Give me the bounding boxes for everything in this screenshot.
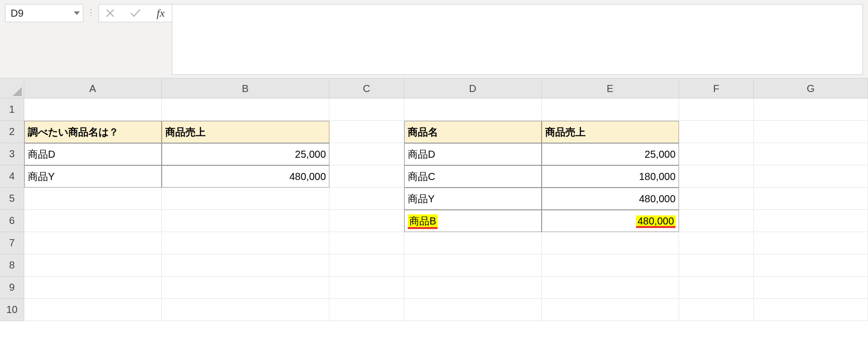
cell-g5[interactable] — [754, 188, 868, 210]
cell-g6[interactable] — [754, 210, 868, 232]
row-header-1[interactable]: 1 — [0, 99, 24, 121]
cell-c2[interactable] — [329, 121, 404, 143]
cell-a9[interactable] — [24, 277, 162, 299]
formula-input[interactable] — [172, 4, 863, 75]
cell-d2[interactable]: 商品名 — [404, 121, 542, 143]
cell-a2[interactable]: 調べたい商品名は？ — [24, 121, 162, 143]
cell-c8[interactable] — [329, 254, 404, 277]
cell-b1[interactable] — [162, 99, 329, 121]
cell-d1[interactable] — [404, 99, 542, 121]
insert-function-button[interactable]: fx — [154, 6, 168, 20]
right-row3-name: 商品B — [408, 214, 438, 228]
cell-g7[interactable] — [754, 232, 868, 254]
cell-a8[interactable] — [24, 254, 162, 277]
cell-f10[interactable] — [679, 299, 754, 321]
column-header-e[interactable]: E — [542, 78, 679, 99]
cell-f2[interactable] — [679, 121, 754, 143]
cell-d10[interactable] — [404, 299, 542, 321]
cell-f6[interactable] — [679, 210, 754, 232]
cell-c7[interactable] — [329, 232, 404, 254]
cell-a4[interactable]: 商品Y — [24, 165, 162, 188]
cell-d7[interactable] — [404, 232, 542, 254]
select-all-button[interactable] — [0, 78, 24, 99]
cell-g8[interactable] — [754, 254, 868, 277]
cell-f3[interactable] — [679, 143, 754, 165]
row-header-7[interactable]: 7 — [0, 232, 24, 254]
cell-a7[interactable] — [24, 232, 162, 254]
cell-f8[interactable] — [679, 254, 754, 277]
cancel-formula-button[interactable] — [103, 6, 117, 20]
cell-e3[interactable]: 25,000 — [542, 143, 679, 165]
cell-e6[interactable]: 480,000 — [542, 210, 679, 232]
column-header-c[interactable]: C — [329, 78, 404, 99]
row-header-5[interactable]: 5 — [0, 188, 24, 210]
column-header-b[interactable]: B — [162, 78, 329, 99]
cell-c5[interactable] — [329, 188, 404, 210]
cell-b8[interactable] — [162, 254, 329, 277]
cell-a1[interactable] — [24, 99, 162, 121]
cell-a3[interactable]: 商品D — [24, 143, 162, 165]
cell-g1[interactable] — [754, 99, 868, 121]
cell-f4[interactable] — [679, 165, 754, 188]
cell-d3[interactable]: 商品D — [404, 143, 542, 165]
cell-b2[interactable]: 商品売上 — [162, 121, 329, 143]
column-header-f[interactable]: F — [679, 78, 754, 99]
cell-e4[interactable]: 180,000 — [542, 165, 679, 188]
cell-a6[interactable] — [24, 210, 162, 232]
right-row2-sales: 480,000 — [639, 193, 676, 205]
cell-b10[interactable] — [162, 299, 329, 321]
row-header-10[interactable]: 10 — [0, 299, 24, 321]
cell-f9[interactable] — [679, 277, 754, 299]
cell-c9[interactable] — [329, 277, 404, 299]
column-header-d[interactable]: D — [404, 78, 542, 99]
cell-b5[interactable] — [162, 188, 329, 210]
cell-d5[interactable]: 商品Y — [404, 188, 542, 210]
cell-c10[interactable] — [329, 299, 404, 321]
cell-c1[interactable] — [329, 99, 404, 121]
row-header-6[interactable]: 6 — [0, 210, 24, 232]
row-header-4[interactable]: 4 — [0, 165, 24, 188]
row-header-3[interactable]: 3 — [0, 143, 24, 165]
cell-e5[interactable]: 480,000 — [542, 188, 679, 210]
confirm-formula-button[interactable] — [128, 6, 142, 20]
column-header-g[interactable]: G — [754, 78, 868, 99]
right-row2-name: 商品Y — [408, 192, 435, 206]
cell-b4[interactable]: 480,000 — [162, 165, 329, 188]
cell-e7[interactable] — [542, 232, 679, 254]
cell-d9[interactable] — [404, 277, 542, 299]
cell-grid: 調べたい商品名は？ 商品売上 商品名 商品売上 商品D 25,000 商品D 2… — [24, 99, 868, 321]
cell-b6[interactable] — [162, 210, 329, 232]
cell-g3[interactable] — [754, 143, 868, 165]
cell-g4[interactable] — [754, 165, 868, 188]
left-row1-sales: 480,000 — [290, 171, 326, 183]
cell-a10[interactable] — [24, 299, 162, 321]
cell-a5[interactable] — [24, 188, 162, 210]
cell-e10[interactable] — [542, 299, 679, 321]
chevron-down-icon[interactable] — [74, 12, 80, 15]
cell-b9[interactable] — [162, 277, 329, 299]
cell-g2[interactable] — [754, 121, 868, 143]
cell-b3[interactable]: 25,000 — [162, 143, 329, 165]
cell-d8[interactable] — [404, 254, 542, 277]
cell-e8[interactable] — [542, 254, 679, 277]
row-header-8[interactable]: 8 — [0, 254, 24, 277]
cell-d6[interactable]: 商品B — [404, 210, 542, 232]
column-header-a[interactable]: A — [24, 78, 162, 99]
row-header-2[interactable]: 2 — [0, 121, 24, 143]
cell-e9[interactable] — [542, 277, 679, 299]
name-box[interactable]: D9 — [5, 4, 83, 22]
cell-b7[interactable] — [162, 232, 329, 254]
cell-c3[interactable] — [329, 143, 404, 165]
cell-g9[interactable] — [754, 277, 868, 299]
formula-bar-buttons: fx — [99, 4, 172, 22]
cell-f7[interactable] — [679, 232, 754, 254]
cell-e2[interactable]: 商品売上 — [542, 121, 679, 143]
cell-c6[interactable] — [329, 210, 404, 232]
row-header-9[interactable]: 9 — [0, 277, 24, 299]
cell-f5[interactable] — [679, 188, 754, 210]
cell-f1[interactable] — [679, 99, 754, 121]
cell-g10[interactable] — [754, 299, 868, 321]
cell-c4[interactable] — [329, 165, 404, 188]
cell-d4[interactable]: 商品C — [404, 165, 542, 188]
cell-e1[interactable] — [542, 99, 679, 121]
